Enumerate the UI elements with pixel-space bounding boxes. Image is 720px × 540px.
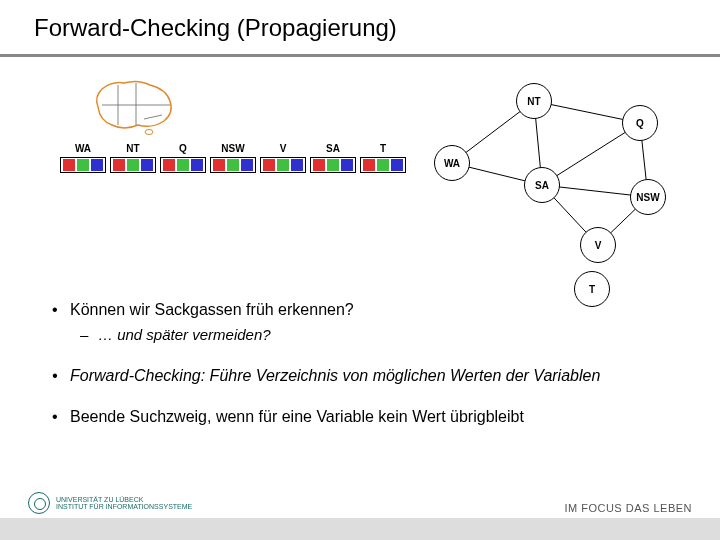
domain-cells: [110, 157, 156, 173]
domain-col-nsw: NSW: [210, 143, 256, 173]
bullet-2-prefix: Forward-Checking:: [70, 367, 205, 384]
footer-bar: [0, 518, 720, 540]
bullet-3: Beende Suchzweig, wenn für eine Variable…: [52, 406, 684, 428]
domain-cell-g: [77, 159, 89, 171]
footer-uni-line2: INSTITUT FÜR INFORMATIONSSYSTEME: [56, 503, 192, 510]
domain-cells: [360, 157, 406, 173]
domain-cell-g: [127, 159, 139, 171]
domain-cell-g: [177, 159, 189, 171]
bullet-1a: … und später vermeiden?: [80, 325, 684, 345]
graph-node-v: V: [580, 227, 616, 263]
australia-map-icon: [88, 75, 178, 135]
domain-col-q: Q: [160, 143, 206, 173]
domain-cell-b: [391, 159, 403, 171]
domain-cells: [60, 157, 106, 173]
domain-cell-b: [291, 159, 303, 171]
domain-cell-b: [191, 159, 203, 171]
bullet-1-text: Können wir Sackgassen früh erkennen?: [70, 301, 354, 318]
domain-col-wa: WA: [60, 143, 106, 173]
bullet-2: Forward-Checking: Führe Verzeichnis von …: [52, 365, 684, 387]
domain-cell-g: [327, 159, 339, 171]
svg-point-0: [145, 130, 153, 135]
domain-cell-r: [213, 159, 225, 171]
university-seal-icon: [28, 492, 50, 514]
domain-cell-g: [277, 159, 289, 171]
domain-label: SA: [326, 143, 340, 154]
domain-label: V: [280, 143, 287, 154]
graph-node-nsw: NSW: [630, 179, 666, 215]
graph-node-sa: SA: [524, 167, 560, 203]
domain-col-v: V: [260, 143, 306, 173]
domain-col-sa: SA: [310, 143, 356, 173]
domain-table: WANTQNSWVSAT: [60, 143, 420, 173]
domain-cell-b: [141, 159, 153, 171]
domain-label: NT: [126, 143, 139, 154]
slide-title: Forward-Checking (Propagierung): [34, 14, 720, 42]
constraint-graph: WANTSAQNSWVT: [424, 75, 684, 275]
domain-col-t: T: [360, 143, 406, 173]
domain-cell-g: [377, 159, 389, 171]
domain-label: T: [380, 143, 386, 154]
domain-label: NSW: [221, 143, 244, 154]
domain-cell-r: [163, 159, 175, 171]
domain-cell-r: [363, 159, 375, 171]
bullet-1a-text: … und später vermeiden?: [98, 326, 271, 343]
domain-cell-r: [313, 159, 325, 171]
graph-node-nt: NT: [516, 83, 552, 119]
domain-cells: [210, 157, 256, 173]
slide-title-area: Forward-Checking (Propagierung): [0, 0, 720, 48]
bullet-list: Können wir Sackgassen früh erkennen? … u…: [0, 275, 720, 428]
domain-cell-b: [341, 159, 353, 171]
graph-node-t: T: [574, 271, 610, 307]
domain-cell-r: [113, 159, 125, 171]
figure-row: WANTQNSWVSAT WANTSAQNSWVT: [0, 57, 720, 275]
graph-node-wa: WA: [434, 145, 470, 181]
domain-cell-r: [63, 159, 75, 171]
footer-uni-line1: UNIVERSITÄT ZU LÜBECK: [56, 496, 192, 503]
domain-cell-b: [241, 159, 253, 171]
domain-cells: [260, 157, 306, 173]
domain-figure: WANTQNSWVSAT: [60, 75, 420, 173]
graph-node-q: Q: [622, 105, 658, 141]
domain-cell-g: [227, 159, 239, 171]
domain-cells: [160, 157, 206, 173]
domain-cell-b: [91, 159, 103, 171]
domain-col-nt: NT: [110, 143, 156, 173]
domain-cells: [310, 157, 356, 173]
domain-label: WA: [75, 143, 91, 154]
bullet-3-text: Beende Suchzweig, wenn für eine Variable…: [70, 408, 524, 425]
footer-logo: UNIVERSITÄT ZU LÜBECK INSTITUT FÜR INFOR…: [28, 492, 192, 514]
footer-tagline: IM FOCUS DAS LEBEN: [564, 502, 692, 514]
domain-cell-r: [263, 159, 275, 171]
domain-label: Q: [179, 143, 187, 154]
bullet-2-rest: Führe Verzeichnis von möglichen Werten d…: [205, 367, 600, 384]
